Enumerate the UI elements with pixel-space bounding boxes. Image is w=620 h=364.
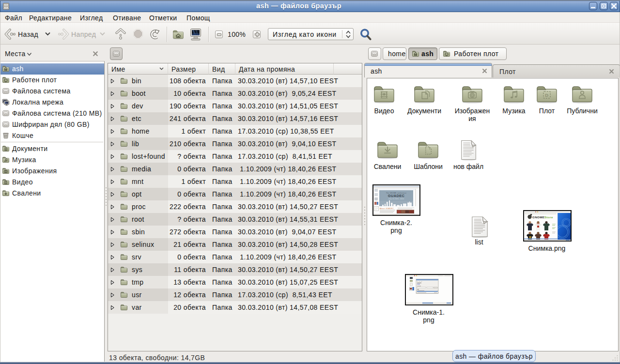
svg-text:GNOME: GNOME	[532, 215, 544, 219]
svg-text:D: D	[545, 92, 548, 98]
svg-text:About GUADEC: About GUADEC	[380, 208, 394, 210]
svg-text:GUADEC: GUADEC	[388, 194, 405, 198]
svg-text:July 24-30th, 2010: July 24-30th, 2010	[388, 198, 404, 200]
svg-text:Store: Store	[544, 215, 553, 219]
